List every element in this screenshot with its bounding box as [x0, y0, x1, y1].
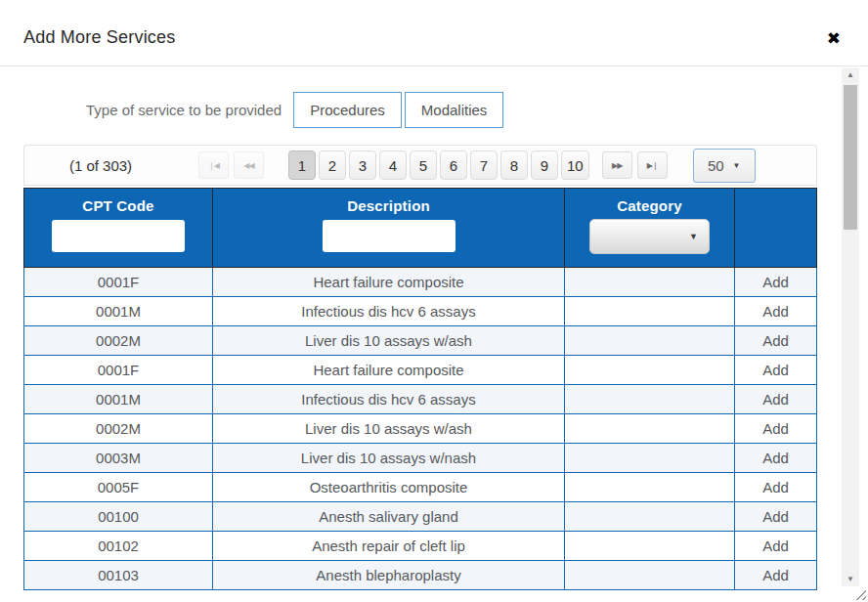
cell-category	[565, 326, 735, 355]
dialog-title: Add More Services	[23, 27, 175, 48]
close-icon[interactable]: ✖	[827, 30, 841, 47]
column-cpt-code: CPT Code	[24, 189, 213, 267]
cell-cpt-code: 0001M	[24, 297, 213, 325]
add-more-services-dialog: Add More Services ✖ Type of service to b…	[0, 0, 868, 66]
description-filter-input[interactable]	[323, 220, 456, 252]
paginator-pages: 12345678910	[288, 150, 589, 180]
cell-description: Liver dis 10 assays w/nash	[213, 444, 565, 472]
cell-cpt-code: 0001M	[24, 385, 213, 413]
page-button-1[interactable]: 1	[288, 150, 316, 180]
procedures-button[interactable]: Procedures	[293, 92, 402, 128]
service-type-row: Type of service to be provided Procedure…	[0, 92, 506, 128]
services-table: CPT Code Description Category ▼ 0001FHea…	[23, 188, 817, 590]
rows-per-page-value: 50	[708, 157, 724, 174]
prev-page-button[interactable]: ◀◀	[234, 151, 264, 179]
add-link[interactable]: Add	[735, 356, 816, 384]
add-link[interactable]: Add	[735, 326, 816, 355]
page-button-7[interactable]: 7	[470, 150, 498, 180]
add-link[interactable]: Add	[735, 297, 816, 325]
cpt-code-filter-input[interactable]	[52, 220, 185, 252]
cell-cpt-code: 0003M	[24, 444, 213, 472]
paginator-current-text: (1 of 303)	[46, 157, 155, 174]
add-link[interactable]: Add	[735, 532, 816, 560]
cell-category	[565, 356, 735, 384]
table-row: 00103Anesth blepharoplastyAdd	[24, 561, 816, 590]
dialog-body: Type of service to be provided Procedure…	[0, 67, 868, 602]
column-header-cpt-code: CPT Code	[82, 197, 153, 214]
first-page-button[interactable]: ❘◀	[198, 151, 229, 179]
cell-category	[565, 444, 735, 472]
page-button-9[interactable]: 9	[531, 150, 558, 180]
cell-category	[565, 385, 735, 413]
page-button-5[interactable]: 5	[410, 150, 437, 180]
rows-per-page-select[interactable]: 50 ▼	[693, 149, 756, 183]
cell-description: Heart failure composite	[213, 356, 565, 384]
page-button-3[interactable]: 3	[349, 150, 376, 180]
cell-category	[565, 414, 735, 443]
column-header-description: Description	[347, 197, 430, 214]
page-button-6[interactable]: 6	[440, 150, 467, 180]
modalities-button[interactable]: Modalities	[405, 92, 504, 128]
scrollbar-thumb[interactable]	[844, 85, 857, 230]
add-link[interactable]: Add	[735, 444, 816, 472]
cell-category	[565, 561, 735, 589]
table-row: 0001MInfectious dis hcv 6 assaysAdd	[24, 297, 816, 326]
scroll-up-icon[interactable]: ▲	[842, 68, 859, 82]
add-link[interactable]: Add	[735, 561, 816, 589]
table-row: 0001FHeart failure compositeAdd	[24, 356, 816, 385]
cell-description: Liver dis 10 assays w/ash	[213, 414, 565, 443]
page-button-8[interactable]: 8	[500, 150, 528, 180]
cell-description: Anesth repair of cleft lip	[213, 532, 565, 560]
table-row: 0003MLiver dis 10 assays w/nashAdd	[24, 444, 816, 473]
next-page-button[interactable]: ▶▶	[602, 151, 632, 179]
cell-cpt-code: 0005F	[24, 473, 213, 501]
cell-category	[565, 268, 735, 296]
cell-category	[565, 532, 735, 560]
scroll-down-icon[interactable]: ▼	[842, 573, 859, 586]
table-row: 00100Anesth salivary glandAdd	[24, 502, 816, 532]
cell-category	[565, 502, 735, 531]
cell-cpt-code: 0001F	[24, 268, 213, 296]
cell-category	[565, 297, 735, 325]
page-button-10[interactable]: 10	[561, 150, 589, 180]
category-filter-select[interactable]: ▼	[589, 219, 710, 254]
cell-description: Infectious dis hcv 6 assays	[213, 385, 565, 413]
cell-description: Infectious dis hcv 6 assays	[213, 297, 565, 325]
vertical-scrollbar[interactable]: ▲ ▼	[842, 68, 859, 586]
page-button-4[interactable]: 4	[379, 150, 407, 180]
table-row: 0005FOsteoarthritis compositeAdd	[24, 473, 816, 502]
column-header-category: Category	[617, 197, 682, 214]
cell-description: Osteoarthritis composite	[213, 473, 565, 501]
cell-cpt-code: 0001F	[24, 356, 213, 384]
column-description: Description	[213, 189, 565, 267]
cell-description: Anesth salivary gland	[213, 502, 565, 531]
add-link[interactable]: Add	[735, 502, 816, 531]
service-type-label: Type of service to be provided	[86, 102, 282, 118]
cell-cpt-code: 0002M	[24, 414, 213, 443]
last-page-button[interactable]: ▶❘	[637, 151, 668, 179]
add-link[interactable]: Add	[735, 385, 816, 413]
last-page-icon: ▶❘	[647, 161, 658, 170]
add-link[interactable]: Add	[735, 268, 816, 296]
add-link[interactable]: Add	[735, 414, 816, 443]
next-page-icon: ▶▶	[612, 161, 622, 170]
paginator: (1 of 303) ❘◀ ◀◀ 12345678910 ▶▶ ▶❘ 50 ▼	[23, 145, 817, 186]
cell-cpt-code: 00100	[24, 502, 213, 531]
table-body: 0001FHeart failure compositeAdd0001MInfe…	[23, 268, 817, 590]
cell-description: Anesth blepharoplasty	[213, 561, 565, 589]
cell-description: Liver dis 10 assays w/ash	[213, 326, 565, 355]
page-button-2[interactable]: 2	[319, 150, 346, 180]
column-category: Category ▼	[565, 189, 735, 267]
dialog-header: Add More Services ✖	[0, 0, 868, 66]
caret-down-icon: ▼	[689, 232, 698, 241]
table-row: 0001FHeart failure compositeAdd	[24, 268, 816, 297]
cell-cpt-code: 00102	[24, 532, 213, 560]
prev-page-icon: ◀◀	[243, 161, 253, 170]
column-add	[735, 189, 816, 267]
table-row: 0002MLiver dis 10 assays w/ashAdd	[24, 414, 816, 444]
table-row: 00102Anesth repair of cleft lipAdd	[24, 532, 816, 561]
table-row: 0001MInfectious dis hcv 6 assaysAdd	[24, 385, 816, 414]
add-link[interactable]: Add	[735, 473, 816, 501]
cell-description: Heart failure composite	[213, 268, 565, 296]
cell-cpt-code: 0002M	[24, 326, 213, 355]
